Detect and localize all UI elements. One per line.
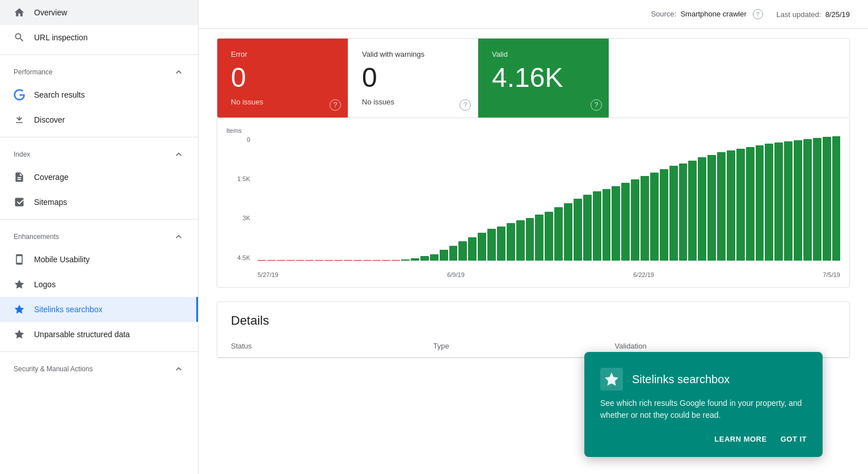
mobile-icon [14,254,25,265]
x-tick-1: 5/27/19 [258,271,279,278]
chart-bar [449,246,458,261]
x-tick-4: 7/5/19 [823,271,840,278]
chart-bar [832,136,841,261]
y-tick-4: 4.5K [226,254,255,261]
stats-cards-container: Error 0 No issues ? Valid with warnings … [217,38,850,118]
warning-card: Valid with warnings 0 No issues ? [348,39,478,118]
coverage-icon [14,171,25,183]
sidebar-item-sitemaps[interactable]: Sitemaps [0,190,198,215]
col-type: Type [419,335,601,358]
y-tick-1: 0 [226,136,255,143]
source-help-icon[interactable]: ? [753,9,763,19]
chart-bar [574,199,582,261]
chart-bar [660,169,668,261]
chart-bar [430,254,439,261]
sidebar-item-unparsable[interactable]: Unparsable structured data [0,322,198,347]
chevron-up-icon-enhancements [173,231,184,242]
chart-bar [803,139,812,261]
sidebar-section-enhancements[interactable]: Enhancements [0,224,198,247]
chart-container: Items 4.5K 3K 1.5K 0 5/27/19 6/9/19 6/22… [217,118,850,288]
sidebar-unparsable-label: Unparsable structured data [34,330,130,339]
tooltip-icon [600,368,623,391]
chart-bar [583,195,592,261]
sidebar: Overview URL inspection Performance Sear… [0,0,199,474]
sidebar-section-security[interactable]: Security & Manual Actions [0,356,198,379]
logos-icon [14,279,25,290]
unparsable-icon [14,329,25,340]
warning-count: 0 [362,63,464,93]
valid-card: Valid 4.16K ? [478,39,609,118]
chart-bar [746,147,755,261]
sitelinks-icon [14,304,25,315]
sidebar-item-mobile-usability[interactable]: Mobile Usability [0,247,198,272]
chart-bar [621,183,630,261]
x-tick-2: 6/9/19 [447,271,465,278]
chart-bar [774,142,783,261]
valid-count: 4.16K [492,63,595,93]
last-updated-info: Last updated: 8/25/19 [777,10,850,19]
chart-bar [669,166,678,261]
sitemaps-icon [14,196,25,208]
chart-bar [401,259,410,261]
chart-bar [727,150,735,261]
chart-bar [545,212,553,261]
warning-help-icon[interactable]: ? [460,99,471,111]
chart-bar [458,241,467,261]
chart-bar [382,260,390,261]
chart-bar [650,173,659,261]
col-status: Status [217,335,419,358]
source-label: Source: [651,10,676,18]
chart-bar [564,203,572,261]
y-tick-3: 3K [226,215,255,221]
sidebar-section-performance[interactable]: Performance [0,60,198,82]
chart-bar [373,260,381,261]
sidebar-item-search-results[interactable]: Search results [0,82,198,107]
sidebar-section-index[interactable]: Index [0,142,198,165]
warning-label: Valid with warnings [362,50,464,58]
sidebar-sitelinks-label: Sitelinks searchbox [34,305,103,314]
error-help-icon[interactable]: ? [330,99,341,111]
chart-bar [478,233,486,261]
chart-bar [363,260,372,261]
last-updated-value: 8/25/19 [825,10,850,19]
chart-bar [353,260,362,261]
chart-bar [612,186,620,261]
sidebar-item-logos[interactable]: Logos [0,272,198,297]
performance-section-label: Performance [14,68,53,76]
chart-bar [315,260,323,261]
sidebar-item-discover[interactable]: Discover [0,107,198,132]
valid-help-icon[interactable]: ? [591,99,602,111]
learn-more-button[interactable]: LEARN MORE [714,433,766,446]
sidebar-item-overview[interactable]: Overview [0,0,198,25]
chart-bar [325,260,333,261]
sidebar-overview-label: Overview [34,8,67,17]
sidebar-search-results-label: Search results [34,90,85,99]
sidebar-logos-label: Logos [34,280,56,289]
chart-bar [784,141,793,261]
chart-bar [641,176,649,261]
sidebar-item-coverage[interactable]: Coverage [0,165,198,190]
chart-bar [813,138,821,261]
svg-marker-1 [15,305,24,314]
chart-bar [526,218,534,261]
chevron-up-icon [173,66,184,78]
chart-bar [334,260,343,261]
got-it-button[interactable]: GOT IT [781,433,807,446]
chevron-up-icon-index [173,149,184,160]
details-section: Details Status Type Validation [217,301,850,358]
sidebar-item-sitelinks-searchbox[interactable]: Sitelinks searchbox [0,297,198,322]
tooltip-title: Sitelinks searchbox [632,373,730,386]
chart-bar [756,145,764,261]
valid-label: Valid [492,50,595,58]
google-icon [14,89,25,100]
chart-bar [688,161,697,261]
chart-bar [554,207,563,261]
chart-bar [286,260,295,261]
chart-bar [258,260,266,261]
chart-bar [593,191,601,261]
chart-bar [717,152,726,261]
error-card: Error 0 No issues ? [217,39,348,118]
chart-bar [823,137,831,261]
tooltip-popup: Sitelinks searchbox See which rich resul… [584,352,823,457]
sidebar-item-url-inspection[interactable]: URL inspection [0,25,198,50]
